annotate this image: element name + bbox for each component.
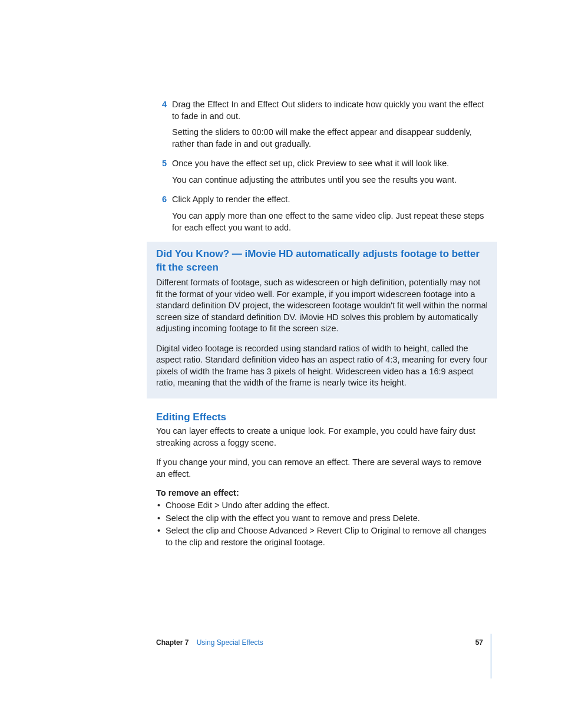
- step-text: Click Apply to render the effect.: [172, 194, 492, 206]
- step-5: 5 Once you have the effect set up, click…: [156, 158, 492, 186]
- step-number: 5: [156, 158, 167, 170]
- page-footer: Chapter 7 Using Special Effects 57: [0, 638, 562, 662]
- section-heading: Editing Effects: [156, 411, 492, 423]
- body-paragraph: If you change your mind, you can remove …: [156, 457, 492, 480]
- bullet-text: Select the clip and Choose Advanced > Re…: [166, 525, 492, 548]
- step-6: 6 Click Apply to render the effect. You …: [156, 194, 492, 233]
- list-item: • Choose Edit > Undo after adding the ef…: [156, 500, 492, 512]
- chapter-title: Using Special Effects: [197, 638, 263, 647]
- step-text: Once you have the effect set up, click P…: [172, 158, 492, 170]
- step-number: 6: [156, 194, 167, 206]
- bullet-text: Select the clip with the effect you want…: [166, 513, 492, 525]
- step-4: 4 Drag the Effect In and Effect Out slid…: [156, 99, 492, 150]
- list-item: • Select the clip with the effect you wa…: [156, 513, 492, 525]
- footer-rule: [491, 634, 491, 678]
- did-you-know-callout: Did You Know? — iMovie HD automatically …: [147, 242, 497, 398]
- step-followup: You can apply more than one effect to th…: [172, 210, 492, 233]
- callout-paragraph: Different formats of footage, such as wi…: [156, 277, 488, 335]
- page-number: 57: [475, 638, 483, 647]
- step-text: Drag the Effect In and Effect Out slider…: [172, 99, 492, 122]
- bullet-text: Choose Edit > Undo after adding the effe…: [166, 500, 492, 512]
- procedure-heading: To remove an effect:: [156, 488, 492, 498]
- chapter-label: Chapter 7: [156, 638, 189, 647]
- bullet-icon: •: [156, 525, 166, 537]
- bullet-icon: •: [156, 500, 166, 512]
- footer-chapter: Chapter 7 Using Special Effects: [156, 638, 263, 647]
- step-followup: You can continue adjusting the attribute…: [172, 174, 492, 186]
- document-page: 4 Drag the Effect In and Effect Out slid…: [0, 0, 562, 728]
- body-paragraph: You can layer effects to create a unique…: [156, 426, 492, 449]
- list-item: • Select the clip and Choose Advanced > …: [156, 525, 492, 548]
- bullet-icon: •: [156, 513, 166, 525]
- callout-paragraph: Digital video footage is recorded using …: [156, 343, 488, 389]
- step-number: 4: [156, 99, 167, 111]
- callout-title: Did You Know? — iMovie HD automatically …: [156, 248, 488, 275]
- step-followup: Setting the sliders to 00:00 will make t…: [172, 127, 492, 150]
